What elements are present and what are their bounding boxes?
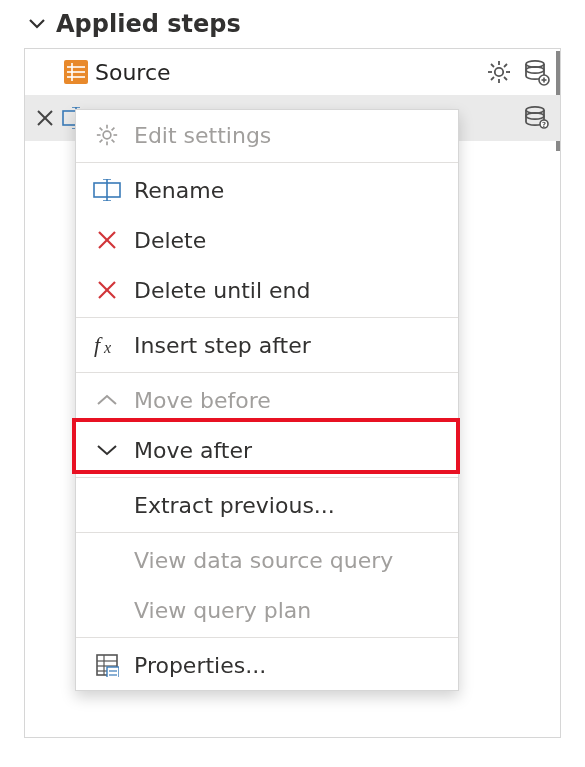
svg-line-33: [112, 140, 115, 143]
chevron-down-icon: [28, 15, 46, 33]
gear-icon: [92, 123, 122, 147]
menu-insert-step-after[interactable]: f x Insert step after: [76, 320, 458, 370]
menu-rename[interactable]: Rename: [76, 165, 458, 215]
menu-label: Move after: [134, 438, 442, 463]
svg-point-27: [103, 131, 111, 139]
menu-delete[interactable]: Delete: [76, 215, 458, 265]
svg-line-35: [112, 128, 115, 131]
menu-separator: [76, 637, 458, 638]
svg-line-10: [491, 64, 494, 67]
svg-line-13: [504, 64, 507, 67]
rename-icon: [92, 179, 122, 201]
svg-text:f: f: [94, 333, 103, 357]
menu-separator: [76, 477, 458, 478]
menu-label: Extract previous...: [134, 493, 442, 518]
svg-text:x: x: [103, 339, 111, 356]
menu-label: Rename: [134, 178, 442, 203]
menu-label: Properties...: [134, 653, 442, 678]
close-icon[interactable]: [36, 109, 54, 127]
step-label: Source: [93, 60, 486, 85]
menu-separator: [76, 372, 458, 373]
svg-line-12: [491, 77, 494, 80]
applied-steps-header[interactable]: Applied steps: [24, 6, 561, 48]
svg-text:?: ?: [542, 121, 546, 129]
database-query-icon[interactable]: ?: [522, 104, 550, 132]
menu-view-query-plan: View query plan: [76, 585, 458, 635]
menu-move-before: Move before: [76, 375, 458, 425]
menu-label: View data source query: [134, 548, 442, 573]
menu-extract-previous[interactable]: Extract previous...: [76, 480, 458, 530]
database-icon[interactable]: [522, 58, 550, 86]
menu-label: View query plan: [134, 598, 442, 623]
menu-label: Delete: [134, 228, 442, 253]
menu-move-after[interactable]: Move after: [76, 425, 458, 475]
menu-label: Move before: [134, 388, 442, 413]
menu-edit-settings: Edit settings: [76, 110, 458, 160]
source-icon: [59, 59, 93, 85]
menu-label: Delete until end: [134, 278, 442, 303]
fx-icon: f x: [92, 333, 122, 357]
svg-line-11: [504, 77, 507, 80]
svg-point-5: [495, 68, 503, 76]
menu-view-data-source-query: View data source query: [76, 535, 458, 585]
menu-separator: [76, 317, 458, 318]
menu-label: Edit settings: [134, 123, 442, 148]
menu-properties[interactable]: Properties...: [76, 640, 458, 690]
menu-label: Insert step after: [134, 333, 442, 358]
delete-icon: [92, 230, 122, 250]
svg-line-34: [100, 140, 103, 143]
step-context-menu: Edit settings Rename Delete: [75, 109, 459, 691]
menu-separator: [76, 532, 458, 533]
svg-line-32: [100, 128, 103, 131]
gear-icon[interactable]: [486, 59, 512, 85]
menu-separator: [76, 162, 458, 163]
steps-panel: Source: [24, 48, 561, 738]
chevron-up-icon: [92, 393, 122, 407]
properties-icon: [92, 653, 122, 677]
step-row-source[interactable]: Source: [25, 49, 560, 95]
chevron-down-icon: [92, 443, 122, 457]
delete-icon: [92, 280, 122, 300]
panel-title: Applied steps: [56, 10, 241, 38]
menu-delete-until-end[interactable]: Delete until end: [76, 265, 458, 315]
